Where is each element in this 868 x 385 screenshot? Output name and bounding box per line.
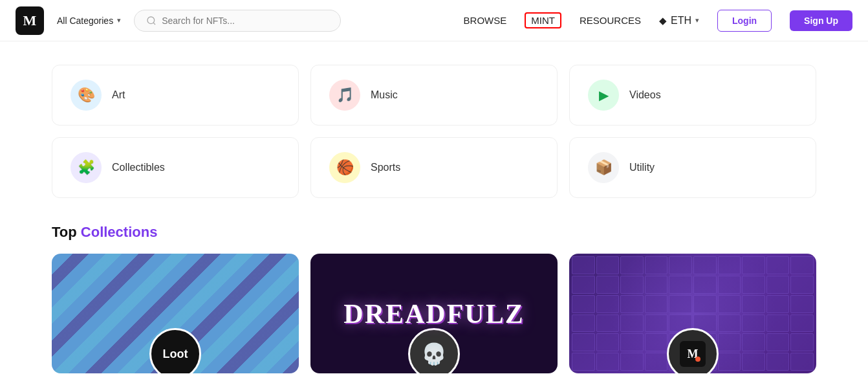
hex-cell: [742, 295, 765, 313]
collectibles-label: Collectibles: [112, 162, 165, 173]
m-logo-small: M: [680, 341, 706, 367]
utility-icon: 📦: [588, 152, 619, 183]
hex-cell: [620, 353, 644, 371]
hex-cell: [645, 333, 668, 351]
dreadfulz-avatar: 💀: [408, 328, 460, 373]
hex-cell: [790, 295, 814, 313]
sports-icon: 🏀: [329, 152, 360, 183]
hex-cell: [742, 353, 765, 371]
art-icon: 🎨: [71, 80, 102, 111]
hex-cell: [645, 314, 668, 333]
hex-cell: [645, 353, 668, 371]
hex-cell: [766, 333, 790, 351]
browse-link[interactable]: BROWSE: [464, 15, 507, 26]
category-card-music[interactable]: 🎵 Music: [310, 65, 558, 126]
m-avatar: M: [667, 328, 719, 373]
hex-cell: [620, 295, 644, 313]
collection-card-loot[interactable]: Loot: [52, 254, 299, 373]
nav-links: BROWSE MINT RESOURCES ◆ ETH ▾ Login Sign…: [464, 10, 852, 32]
hex-cell: [718, 276, 741, 294]
hex-cell: [766, 353, 790, 371]
sports-label: Sports: [371, 162, 400, 173]
resources-link[interactable]: RESOURCES: [580, 15, 641, 26]
hex-cell: [669, 276, 692, 294]
logo[interactable]: M: [16, 6, 44, 35]
category-card-utility[interactable]: 📦 Utility: [569, 137, 816, 198]
hex-cell: [742, 333, 765, 351]
hex-cell: [718, 333, 741, 351]
hex-cell: [669, 295, 692, 313]
main-content: 🎨 Art 🎵 Music ▶ Videos 🧩 Collectibles 🏀 …: [0, 41, 868, 373]
hex-cell: [790, 314, 814, 333]
hex-cell: [766, 314, 790, 333]
login-button[interactable]: Login: [717, 10, 772, 32]
hex-cell: [693, 256, 717, 274]
hex-cell: [790, 256, 814, 274]
hex-cell: [596, 276, 620, 294]
section-title: Top Collections: [52, 224, 816, 241]
eth-chevron-icon: ▾: [695, 16, 699, 25]
art-label: Art: [112, 89, 125, 101]
hex-cell: [596, 353, 620, 371]
all-categories-dropdown[interactable]: All Categories ▾: [57, 16, 121, 26]
m-dot: [695, 357, 700, 362]
hex-cell: [572, 295, 595, 313]
hex-cell: [766, 276, 790, 294]
section-title-accent: Collections: [81, 224, 158, 240]
hex-cell: [596, 314, 620, 333]
collectibles-icon: 🧩: [71, 152, 102, 183]
hex-cell: [693, 295, 717, 313]
hex-cell: [645, 295, 668, 313]
hex-cell: [669, 256, 692, 274]
hex-cell: [572, 353, 595, 371]
search-bar[interactable]: [134, 10, 341, 32]
signup-button[interactable]: Sign Up: [790, 10, 852, 31]
navbar: M All Categories ▾ BROWSE MINT RESOURCES…: [0, 0, 868, 41]
hex-cell: [790, 276, 814, 294]
svg-line-1: [153, 23, 155, 25]
music-label: Music: [371, 89, 398, 101]
music-icon: 🎵: [329, 80, 360, 111]
hex-cell: [766, 256, 790, 274]
category-card-sports[interactable]: 🏀 Sports: [310, 137, 558, 198]
hex-cell: [620, 314, 644, 333]
category-card-collectibles[interactable]: 🧩 Collectibles: [52, 137, 299, 198]
loot-avatar: Loot: [149, 328, 201, 373]
utility-label: Utility: [629, 162, 655, 173]
hex-cell: [790, 353, 814, 371]
hex-cell: [790, 333, 814, 351]
mint-link[interactable]: MINT: [525, 12, 561, 28]
section-title-plain: Top: [52, 224, 77, 240]
search-input[interactable]: [162, 16, 329, 26]
dreadfulz-avatar-emoji: 💀: [421, 342, 447, 366]
eth-selector[interactable]: ◆ ETH ▾: [659, 15, 699, 27]
videos-icon: ▶: [588, 80, 619, 111]
hex-cell: [718, 256, 741, 274]
collections-row: Loot DREADFULZ 💀 M: [52, 254, 816, 373]
hex-cell: [596, 333, 620, 351]
category-card-art[interactable]: 🎨 Art: [52, 65, 299, 126]
hex-cell: [645, 256, 668, 274]
category-grid: 🎨 Art 🎵 Music ▶ Videos 🧩 Collectibles 🏀 …: [52, 65, 816, 198]
hex-cell: [718, 295, 741, 313]
hex-cell: [572, 256, 595, 274]
hex-cell: [620, 333, 644, 351]
hex-cell: [718, 314, 741, 333]
hex-cell: [742, 256, 765, 274]
hex-cell: [718, 353, 741, 371]
all-categories-label: All Categories: [57, 16, 113, 26]
collection-card-dreadfulz[interactable]: DREADFULZ 💀: [310, 254, 558, 373]
hex-cell: [596, 295, 620, 313]
videos-label: Videos: [629, 89, 661, 101]
hex-cell: [693, 276, 717, 294]
search-icon: [146, 16, 157, 26]
hex-cell: [742, 314, 765, 333]
hex-cell: [620, 256, 644, 274]
category-card-videos[interactable]: ▶ Videos: [569, 65, 816, 126]
hex-cell: [766, 295, 790, 313]
svg-point-0: [147, 17, 155, 24]
collection-card-minted[interactable]: M: [569, 254, 816, 373]
hex-cell: [645, 276, 668, 294]
logo-letter: M: [23, 12, 37, 29]
dreadfulz-title: DREADFULZ: [343, 298, 524, 329]
